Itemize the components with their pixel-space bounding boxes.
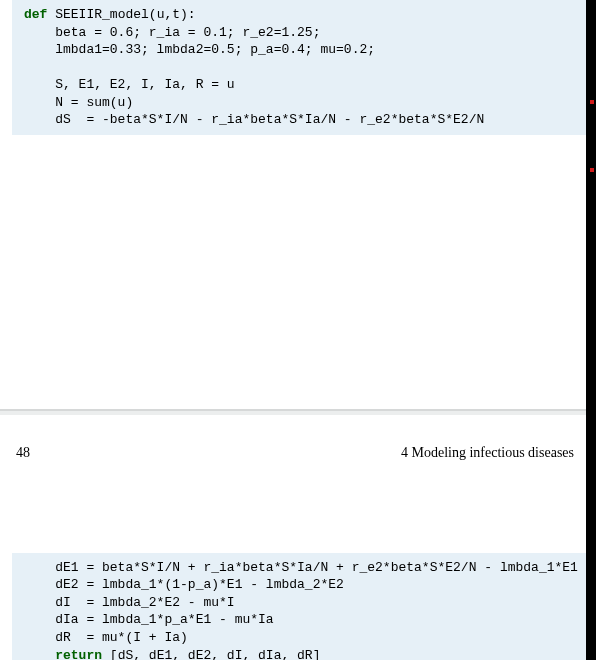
code-line: dIa = lmbda_1*p_a*E1 - mu*Ia [24,612,274,627]
code-line: [dS, dE1, dE2, dI, dIa, dR] [110,648,321,660]
mark-dot-2 [590,168,594,172]
code-line: dI = lmbda_2*E2 - mu*I [24,595,235,610]
code-line: dE2 = lmbda_1*(1-p_a)*E1 - lmbda_2*E2 [24,577,344,592]
code-block-bottom: dE1 = beta*S*I/N + r_ia*beta*S*Ia/N + r_… [12,553,586,660]
mark-dot-1 [590,100,594,104]
code-line: N = sum(u) [24,95,133,110]
code-line: dS = -beta*S*I/N - r_ia*beta*S*Ia/N - r_… [24,112,484,127]
code-line: dE1 = beta*S*I/N + r_ia*beta*S*Ia/N + r_… [24,560,578,575]
running-head: 4 Modeling infectious diseases [401,445,574,461]
page-number: 48 [16,445,30,461]
code-line: SEEIIR_model(u,t): [55,7,195,22]
page-container: def SEEIIR_model(u,t): beta = 0.6; r_ia … [0,0,596,660]
right-margin-stripe [586,0,596,660]
header-to-code-gap [0,479,596,553]
code-line: S, E1, E2, I, Ia, R = u [24,77,235,92]
code-line [24,648,55,660]
code-line: lmbda1=0.33; lmbda2=0.5; p_a=0.4; mu=0.2… [24,42,375,57]
code-block-top: def SEEIIR_model(u,t): beta = 0.6; r_ia … [12,0,586,135]
keyword-def: def [24,7,55,22]
code-line: dR = mu*(I + Ia) [24,630,188,645]
page-whitespace [0,135,596,409]
keyword-return: return [55,648,110,660]
code-line: beta = 0.6; r_ia = 0.1; r_e2=1.25; [24,25,320,40]
page-header: 48 4 Modeling infectious diseases [0,415,596,479]
